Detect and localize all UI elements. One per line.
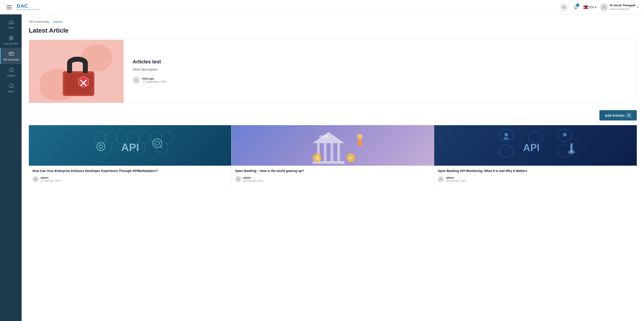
featured-article-image	[29, 40, 124, 103]
about-icon	[8, 83, 14, 89]
add-articles-plus-icon: +	[626, 113, 632, 118]
breadcrumb-parent[interactable]: API Community	[29, 20, 49, 23]
card-author-date-1: 17 February, 2023	[40, 179, 60, 182]
svg-rect-5	[575, 8, 576, 9]
user-name: Hi shruti Thengadi	[610, 3, 636, 7]
article-card-title-1: How Can Your Enterprise Enhance Develope…	[32, 169, 228, 173]
svg-text:BANK: BANK	[319, 135, 328, 138]
notification-button[interactable]: 0	[572, 3, 580, 11]
svg-text:API: API	[523, 142, 540, 153]
article-thumb-3: API	[434, 125, 637, 166]
header-left: DAC DIGITAL APICRAFT	[6, 3, 40, 10]
svg-text:$: $	[350, 156, 351, 160]
search-button[interactable]	[560, 3, 568, 11]
svg-rect-9	[9, 52, 14, 55]
card-author-name-2: admin	[243, 176, 263, 179]
articles-grid: API How Can Your Enterprise Enhance Deve…	[29, 125, 637, 187]
page-title: Latest Article	[29, 27, 637, 34]
community-icon	[8, 51, 14, 58]
svg-point-38	[155, 141, 160, 146]
add-articles-label: Add Articles	[605, 114, 625, 117]
article-thumb-1: API	[29, 125, 231, 166]
language-label: EN	[589, 5, 594, 9]
featured-article-description: Short description	[133, 67, 628, 71]
featured-article-info: Articles test Short description ekta.upa…	[124, 40, 636, 103]
card-author-date-3: 16 February, 2023	[446, 179, 466, 182]
main-content: API Community › Articles Latest Article	[22, 14, 644, 321]
svg-point-51	[357, 134, 362, 139]
article-card-1[interactable]: API How Can Your Enterprise Enhance Deve…	[29, 125, 232, 187]
svg-point-11	[11, 71, 12, 71]
sidebar-support-label: Support	[7, 74, 15, 77]
svg-point-7	[603, 6, 605, 7]
featured-article-title: Articles test	[133, 59, 628, 65]
sidebar-item-about[interactable]: About	[0, 80, 22, 96]
svg-point-6	[576, 9, 576, 9]
svg-line-37	[160, 146, 162, 148]
card-author-avatar-1	[32, 176, 39, 182]
user-menu[interactable]: Hi shruti Thengadi shruti.t+productm... …	[600, 3, 638, 11]
svg-point-60	[563, 133, 566, 137]
author-date: 27 September, 2023	[142, 80, 166, 83]
article-card-3[interactable]: API Open Banking API Monitoring: What It…	[434, 125, 637, 187]
author-name: ekta.upa	[142, 77, 166, 80]
svg-marker-27	[139, 131, 150, 144]
svg-marker-23	[94, 131, 106, 144]
article-card-title-2: Open Banking – How is the world gearing …	[235, 169, 430, 173]
svg-line-4	[565, 8, 566, 9]
svg-marker-24	[106, 131, 117, 144]
sidebar-item-find-apis[interactable]: Find your APIs	[0, 32, 22, 48]
card-author-avatar-2	[235, 176, 242, 182]
breadcrumb: API Community › Articles	[29, 20, 637, 23]
svg-marker-44	[312, 132, 344, 143]
article-card-title-3: Open Banking API Monitoring: What It Is …	[438, 169, 633, 173]
svg-text:$: $	[316, 156, 318, 160]
user-info: Hi shruti Thengadi shruti.t+productm...	[610, 3, 636, 10]
language-chevron: ▾	[595, 5, 596, 9]
breadcrumb-separator: ›	[50, 20, 52, 23]
sidebar-home-label: Home	[8, 26, 14, 29]
app-body: Home Find your APIs API Community	[0, 14, 644, 321]
article-card-author-1: admin 17 February, 2023	[29, 176, 231, 182]
article-thumb-2: BANK $ $	[232, 125, 434, 166]
article-card-2[interactable]: BANK $ $ Open Banking – Ho	[232, 125, 434, 187]
api-icon	[8, 35, 14, 42]
add-articles-button[interactable]: Add Articles +	[600, 110, 637, 121]
home-icon	[8, 19, 14, 26]
svg-marker-28	[150, 131, 162, 144]
sidebar: Home Find your APIs API Community	[0, 14, 22, 321]
add-articles-row: Add Articles +	[29, 110, 637, 121]
sidebar-item-api-community[interactable]: API Community	[0, 48, 22, 64]
user-avatar	[600, 3, 608, 11]
article-card-author-2: admin 16 February, 2023	[232, 176, 434, 182]
svg-rect-43	[337, 143, 340, 161]
card-author-name-1: admin	[40, 176, 60, 179]
svg-rect-2	[7, 8, 12, 9]
svg-marker-29	[162, 131, 173, 144]
svg-rect-41	[324, 143, 326, 161]
language-selector[interactable]: EN ▾	[584, 5, 596, 9]
svg-text:API: API	[121, 141, 139, 153]
logo[interactable]: DAC DIGITAL APICRAFT	[17, 3, 40, 10]
card-author-avatar-3	[438, 176, 444, 182]
svg-point-13	[11, 85, 12, 85]
svg-marker-56	[500, 144, 513, 158]
svg-point-59	[504, 133, 508, 137]
sidebar-about-label: About	[8, 90, 14, 93]
article-card-author-3: admin 16 February, 2023	[434, 176, 637, 182]
breadcrumb-current: Articles	[53, 20, 62, 23]
sidebar-item-support[interactable]: Support	[0, 64, 22, 80]
user-menu-chevron: ▾	[637, 6, 638, 9]
svg-rect-42	[330, 143, 333, 161]
svg-rect-63	[570, 143, 572, 152]
author-avatar	[133, 77, 140, 84]
svg-rect-1	[7, 7, 12, 7]
hamburger-button[interactable]	[6, 4, 13, 10]
featured-article[interactable]: Articles test Short description ekta.upa…	[29, 39, 637, 103]
svg-marker-30	[100, 141, 111, 155]
support-icon	[8, 67, 14, 73]
notification-badge: 0	[576, 3, 579, 7]
sidebar-item-home[interactable]: Home	[0, 16, 22, 32]
sidebar-find-apis-label: Find your APIs	[4, 42, 18, 45]
header-right: 0 EN ▾ Hi shruti Thengadi shruti.t+produ…	[560, 3, 638, 11]
